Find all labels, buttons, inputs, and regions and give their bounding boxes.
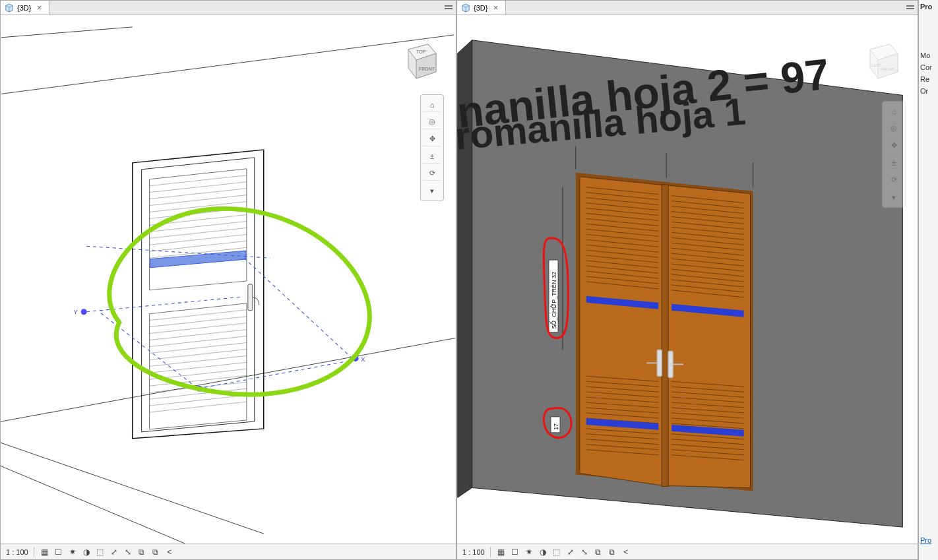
svg-rect-2 xyxy=(445,8,453,9)
properties-title: Pro xyxy=(920,3,937,11)
tab-menu-icon[interactable] xyxy=(906,3,915,13)
nav-zoom-icon[interactable]: ± xyxy=(423,149,441,164)
svg-rect-12 xyxy=(906,5,914,7)
svg-rect-24 xyxy=(657,350,662,376)
vc-lock-icon[interactable]: ⤡ xyxy=(579,547,590,557)
view-tab-right[interactable]: {3D} × xyxy=(457,1,506,15)
nav-orbit-icon[interactable]: ⟳ xyxy=(423,166,441,181)
view-scale[interactable]: 1 : 100 xyxy=(6,548,28,556)
nav-pan-icon[interactable]: ✥ xyxy=(423,132,441,146)
svg-point-5 xyxy=(81,309,87,315)
vc-shadow-icon[interactable]: ◑ xyxy=(538,547,548,557)
viewcube[interactable]: TOP FRONT xyxy=(396,38,444,85)
vc-reveal-icon[interactable]: ⧉ xyxy=(150,547,161,557)
vc-detail-icon[interactable]: ▦ xyxy=(40,547,50,557)
svg-rect-25 xyxy=(668,351,673,377)
axis-y-label: Y xyxy=(73,308,78,315)
view-control-bar-right: 1 : 100 ▦ ☐ ✷ ◑ ⬚ ⤢ ⤡ ⧉ ⧉ < xyxy=(457,544,918,559)
svg-text:TOP: TOP xyxy=(416,49,426,54)
svg-rect-23 xyxy=(662,185,668,487)
svg-text:LEFT: LEFT xyxy=(871,63,881,67)
vc-reveal-icon[interactable]: ⧉ xyxy=(607,547,617,557)
3d-cube-icon xyxy=(5,3,14,13)
vc-shadow-icon[interactable]: ◑ xyxy=(81,547,92,557)
nav-more-icon[interactable]: ▾ xyxy=(885,190,903,204)
view-tab-label: {3D} xyxy=(474,4,487,12)
vc-crop-icon[interactable]: ⬚ xyxy=(95,547,106,557)
svg-rect-13 xyxy=(906,8,914,9)
markup-circle xyxy=(109,208,370,394)
viewport-right[interactable]: SỐ_CHỚP_TRÊN 32 17 nanilla hoja 2 = 97 r… xyxy=(457,15,918,544)
nav-zoom-icon[interactable]: ± xyxy=(885,156,903,170)
nav-wheel-icon[interactable]: ◎ xyxy=(423,115,441,129)
prop-row[interactable]: Or xyxy=(920,87,937,95)
dim-upper-label: SỐ_CHỚP_TRÊN 32 xyxy=(549,272,557,329)
vc-lock-icon[interactable]: ⤡ xyxy=(123,547,133,557)
vc-temp-icon[interactable]: ⧉ xyxy=(137,547,147,557)
nav-more-icon[interactable]: ▾ xyxy=(423,183,441,198)
view-tab-left[interactable]: {3D} × xyxy=(1,1,49,15)
svg-text:FRONT: FRONT xyxy=(881,67,894,71)
navigation-bar[interactable]: ⌂ ◎ ✥ ± ⟳ ▾ xyxy=(420,94,444,201)
viewcube[interactable]: LEFT FRONT xyxy=(858,38,906,85)
vc-sun-icon[interactable]: ✷ xyxy=(67,547,78,557)
vc-crop-icon[interactable]: ⬚ xyxy=(551,547,562,557)
tab-menu-icon[interactable] xyxy=(444,3,453,13)
nav-home-icon[interactable]: ⌂ xyxy=(423,98,441,112)
prop-row[interactable]: Mo xyxy=(920,51,937,59)
dim-lower-label: 17 xyxy=(553,423,559,430)
viewport-left[interactable]: Y X TOP FRONT ⌂ ◎ ✥ ± xyxy=(1,15,456,544)
properties-help-link[interactable]: Pro xyxy=(920,536,937,544)
vc-sun-icon[interactable]: ✷ xyxy=(524,547,534,557)
nav-orbit-icon[interactable]: ⟳ xyxy=(885,173,903,187)
navigation-bar[interactable]: ⌂ ◎ ✥ ± ⟳ ▾ xyxy=(882,101,906,208)
close-icon[interactable]: × xyxy=(491,3,500,13)
vc-show-icon[interactable]: ⤢ xyxy=(565,547,576,557)
view-tab-label: {3D} xyxy=(17,4,31,12)
axis-x-label: X xyxy=(361,356,365,363)
nav-wheel-icon[interactable]: ◎ xyxy=(885,121,903,136)
3d-cube-icon xyxy=(461,3,470,13)
vc-detail-icon[interactable]: ▦ xyxy=(496,547,507,557)
nav-pan-icon[interactable]: ✥ xyxy=(885,139,903,153)
prop-row[interactable]: Cor xyxy=(920,63,937,71)
vc-show-icon[interactable]: ⤢ xyxy=(109,547,119,557)
close-icon[interactable]: × xyxy=(34,3,44,13)
svg-text:FRONT: FRONT xyxy=(419,67,435,71)
view-scale[interactable]: 1 : 100 xyxy=(462,548,485,556)
properties-panel[interactable]: Pro Mo Cor Re Or Pro xyxy=(918,0,938,560)
vc-style-icon[interactable]: ☐ xyxy=(510,547,520,557)
nav-home-icon[interactable]: ⌂ xyxy=(885,104,903,119)
svg-rect-4 xyxy=(248,284,253,311)
prop-row[interactable]: Re xyxy=(920,75,937,83)
vc-more-icon[interactable]: < xyxy=(621,547,631,557)
vc-temp-icon[interactable]: ⧉ xyxy=(593,547,604,557)
vc-style-icon[interactable]: ☐ xyxy=(53,547,64,557)
svg-rect-1 xyxy=(445,5,453,7)
view-control-bar-left: 1 : 100 ▦ ☐ ✷ ◑ ⬚ ⤢ ⤡ ⧉ ⧉ < xyxy=(1,544,456,559)
vc-more-icon[interactable]: < xyxy=(164,547,175,557)
